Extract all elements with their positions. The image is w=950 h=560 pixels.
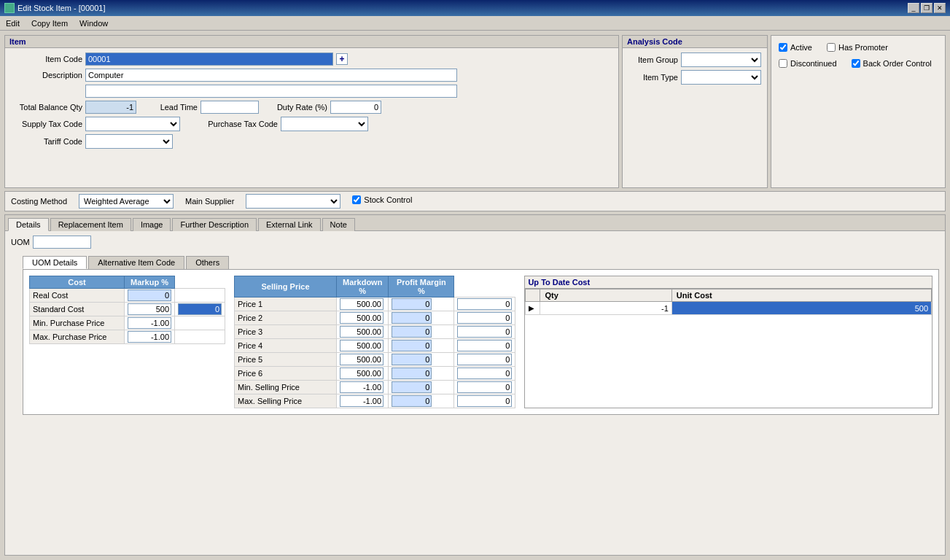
stock-control-checkbox[interactable] [352,195,361,204]
price-input-5[interactable] [340,368,383,379]
inner-tab-alt-item-code[interactable]: Alternative Item Code [88,256,184,269]
markdown-1 [389,311,454,325]
margin-input-5[interactable] [457,368,512,379]
margin-input-2[interactable] [457,326,512,338]
active-checkbox[interactable] [779,43,787,52]
close-button[interactable]: ✕ [934,3,946,13]
menu-copy-item[interactable]: Copy Item [28,18,71,28]
item-group-select[interactable] [681,52,761,67]
markdown-input-4[interactable] [392,354,432,365]
margin-input-7[interactable] [457,395,512,407]
min-purchase-input[interactable] [128,317,171,329]
min-purchase-value [125,316,175,330]
price-input-4[interactable] [340,354,383,365]
margin-input-1[interactable] [457,312,512,324]
stock-control-row: Stock Control [352,195,412,204]
description-input[interactable] [85,69,457,82]
std-markup-input[interactable] [178,303,222,315]
item-type-label: Item Type [627,73,678,82]
duty-rate-input[interactable] [330,101,381,114]
menu-window[interactable]: Window [77,18,111,28]
price-input-3[interactable] [340,340,383,351]
table-row: Min. Selling Price [235,381,515,394]
total-balance-input[interactable] [85,101,136,114]
discontinued-checkbox[interactable] [779,59,787,68]
selling-label-0: Price 1 [235,298,337,311]
std-cost-label: Standard Cost [30,303,125,316]
description-extra-input[interactable] [85,85,457,98]
discontinued-row: Discontinued [779,59,837,68]
back-order-checkbox[interactable] [852,59,860,68]
markdown-input-3[interactable] [392,340,432,351]
lead-time-input[interactable] [200,101,259,114]
tab-external-link[interactable]: External Link [258,218,321,231]
tab-image[interactable]: Image [133,218,171,231]
selling-label-5: Price 6 [235,367,337,381]
std-cost-value [125,303,175,316]
description-label: Description [9,71,82,79]
item-type-select[interactable] [681,70,761,85]
details-tab-content: UOM UOM Details Alternative Item Code Ot… [5,231,945,419]
minimize-button[interactable]: _ [908,3,919,13]
restore-button[interactable]: ❐ [921,3,933,13]
table-row: Standard Cost [30,303,225,316]
selling-label-1: Price 2 [235,311,337,325]
purchase-tax-label: Purchase Tax Code [183,120,278,128]
stock-control-label: Stock Control [364,195,412,204]
margin-input-0[interactable] [457,298,512,310]
tab-note[interactable]: Note [322,218,355,231]
margin-4 [454,353,515,367]
main-supplier-select[interactable] [246,194,340,209]
main-supplier-label: Main Supplier [185,197,234,206]
max-purchase-markup [175,330,225,344]
margin-input-4[interactable] [457,354,512,365]
margin-input-6[interactable] [457,381,512,393]
margin-input-3[interactable] [457,340,512,351]
inner-tabs-wrapper: UOM Details Alternative Item Code Others… [23,254,939,415]
price-input-7[interactable] [340,395,383,407]
tab-further-description[interactable]: Further Description [172,218,257,231]
markdown-0 [389,298,454,311]
cost-table: Cost Markup % Real Cost [29,276,225,344]
price-input-1[interactable] [340,312,383,324]
std-cost-input[interactable] [128,303,171,315]
markdown-input-1[interactable] [392,312,432,324]
has-promoter-checkbox[interactable] [827,43,836,52]
price-input-0[interactable] [340,298,383,310]
description-extra-row [9,85,614,98]
qty-header: Qty [540,289,671,302]
tab-details[interactable]: Details [8,218,49,231]
purchase-tax-select[interactable] [281,117,368,131]
selling-price-6 [337,381,389,394]
uom-input[interactable] [33,236,91,249]
max-purchase-input[interactable] [128,331,171,343]
markdown-input-6[interactable] [392,381,432,393]
markdown-input-7[interactable] [392,395,432,407]
markdown-input-2[interactable] [392,326,432,338]
arrow-cell-0: ▶ [526,302,540,315]
has-promoter-label: Has Promoter [838,43,888,52]
item-group-label: Item Group [627,55,678,64]
app-icon [4,3,15,13]
tariff-select[interactable] [85,134,173,149]
markdown-input-5[interactable] [392,368,432,379]
table-row: Real Cost [30,289,225,303]
real-cost-input[interactable] [128,289,171,301]
markdown-input-0[interactable] [392,298,432,310]
tab-replacement-item[interactable]: Replacement Item [50,218,131,231]
price-input-2[interactable] [340,326,383,338]
item-code-input[interactable] [85,52,333,66]
costing-method-select[interactable]: Weighted Average [79,194,174,209]
title-bar-text: Edit Stock Item - [00001] [17,4,105,12]
inner-tab-others[interactable]: Others [186,256,229,269]
price-input-6[interactable] [340,381,383,393]
costing-method-label: Costing Method [11,197,67,206]
supply-tax-select[interactable] [85,117,180,131]
inner-tab-content: Cost Markup % Real Cost [23,269,939,415]
selling-price-header: Selling Price [235,276,337,298]
inner-tab-uom-details[interactable]: UOM Details [23,256,87,269]
item-group-row: Item Group [627,52,763,67]
menu-edit[interactable]: Edit [3,18,23,28]
margin-0 [454,298,515,311]
add-item-code-button[interactable]: + [336,53,348,65]
